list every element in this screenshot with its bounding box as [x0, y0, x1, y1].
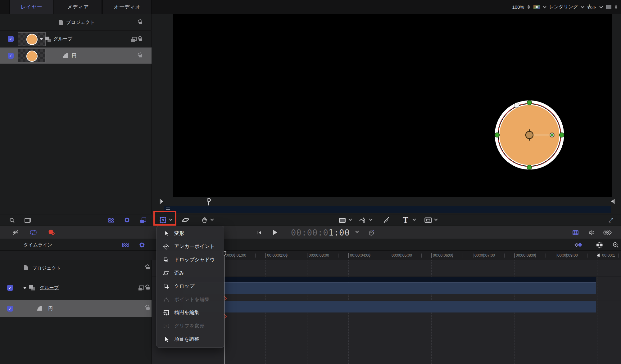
layer-row-project[interactable]: プロジェクト — [0, 14, 152, 31]
visibility-checkbox[interactable]: ✓ — [7, 285, 13, 291]
keyframe-marker-icon[interactable] — [224, 313, 227, 318]
layer-label[interactable]: グループ — [53, 36, 72, 42]
chevron-down-icon[interactable] — [210, 217, 214, 221]
timeline-row-group[interactable]: ✓ グループ — [0, 276, 152, 300]
film-icon[interactable] — [573, 230, 578, 235]
transparency-checker-icon[interactable] — [108, 218, 114, 222]
loop-icon[interactable] — [29, 230, 37, 235]
lock-icon[interactable] — [138, 37, 143, 42]
rendering-menu[interactable]: レンダリング — [549, 4, 578, 10]
lock-icon[interactable] — [145, 285, 150, 290]
display-menu[interactable]: 表示 — [587, 4, 596, 10]
lock-icon[interactable] — [138, 20, 143, 25]
layers-blue-icon[interactable] — [140, 218, 146, 223]
isolate-icon[interactable] — [138, 285, 144, 290]
layer-label: プロジェクト — [66, 20, 95, 25]
timeline-layer-label[interactable]: グループ — [40, 285, 59, 291]
group-icon — [45, 37, 51, 42]
chevron-down-icon[interactable] — [369, 217, 372, 221]
minibar-playhead[interactable] — [206, 198, 210, 205]
tab-media[interactable]: メディア — [54, 0, 102, 14]
paintbrush-tool-icon[interactable] — [383, 216, 390, 223]
rectangle-tool-icon[interactable] — [339, 218, 346, 223]
visibility-checkbox[interactable]: ✓ — [8, 53, 14, 59]
timeline-ruler[interactable]: 00:00:01:00 00:00:02:00 00:00:03:00 00:0… — [0, 251, 621, 260]
fullscreen-icon[interactable]: ⤢ — [609, 217, 613, 224]
hand-tool-icon[interactable] — [201, 216, 208, 224]
zoom-stepper[interactable] — [528, 5, 530, 9]
layer-row-group[interactable]: ✓ グループ — [0, 31, 152, 47]
go-to-start-icon[interactable] — [257, 230, 262, 235]
speaker-icon[interactable] — [589, 230, 595, 236]
edit-handle-right[interactable] — [560, 133, 564, 137]
chevron-down-icon[interactable] — [412, 217, 416, 221]
lock-icon[interactable] — [145, 305, 150, 310]
menu-item-transform[interactable]: 変形 — [157, 227, 224, 240]
timeline-layer-label[interactable]: 円 — [48, 306, 53, 312]
play-range-in-marker[interactable] — [160, 199, 164, 204]
timecode-display[interactable]: 00:00:01:00 — [291, 228, 350, 237]
edit-handle-top[interactable] — [527, 101, 532, 105]
3d-transform-tool-icon[interactable] — [181, 217, 189, 223]
layer-label[interactable]: 円 — [72, 53, 76, 59]
background-swatch[interactable] — [606, 5, 611, 9]
layer-row-circle[interactable]: ✓ 円 — [0, 47, 152, 64]
timeline-row-project[interactable]: プロジェクト — [0, 260, 152, 276]
mask-tool-icon[interactable] — [424, 217, 432, 223]
chevron-down-icon[interactable] — [348, 217, 352, 221]
panes-icon[interactable] — [25, 218, 31, 223]
edit-handle-left[interactable] — [495, 133, 500, 137]
lock-icon[interactable] — [138, 53, 143, 58]
zoom-level-select[interactable]: 100% — [512, 4, 524, 10]
start-point-handle[interactable] — [514, 103, 519, 108]
group-extent-bar — [183, 277, 596, 282]
menu-item-edit-ellipse[interactable]: 楕円を編集 — [157, 306, 224, 320]
cursor-icon — [162, 230, 170, 237]
isolate-icon[interactable] — [131, 37, 137, 42]
gear-icon[interactable] — [124, 217, 130, 223]
chevron-down-icon[interactable] — [355, 229, 359, 233]
timeline-row-circle[interactable]: ✓ 円 — [0, 300, 152, 317]
mini-timebar[interactable] — [164, 206, 611, 213]
chevron-down-icon[interactable] — [434, 217, 437, 221]
visibility-checkbox[interactable]: ✓ — [7, 306, 13, 312]
disclosure-triangle-icon[interactable] — [23, 287, 27, 289]
menu-item-crop[interactable]: クロップ — [157, 280, 224, 293]
anchor-point-handle[interactable] — [526, 131, 533, 139]
gear-icon[interactable] — [139, 242, 145, 248]
zoom-to-playhead-icon[interactable] — [613, 242, 619, 248]
menu-item-drop-shadow[interactable]: ドロップシャドウ — [157, 253, 224, 267]
timecode-clock-icon[interactable] — [368, 229, 374, 236]
play-icon[interactable] — [273, 230, 277, 235]
disclosure-triangle-icon[interactable] — [39, 38, 43, 40]
chevron-down-icon[interactable] — [543, 5, 546, 8]
record-icon[interactable] — [48, 229, 55, 236]
text-tool-icon[interactable]: T — [403, 215, 408, 225]
visibility-checkbox[interactable]: ✓ — [8, 36, 14, 42]
lock-icon[interactable] — [145, 265, 150, 270]
show-keyframes-icon[interactable] — [574, 242, 582, 247]
transport-bar: 00:00:01:00 — [0, 226, 621, 239]
keyframe-marker-icon[interactable] — [224, 295, 227, 300]
keyframe-diamonds-icon[interactable] — [602, 230, 612, 235]
mute-icon[interactable] — [12, 230, 19, 235]
channels-swatch[interactable] — [533, 5, 540, 9]
menu-item-adjust-item[interactable]: 項目を調整 — [157, 333, 224, 346]
track-bar-circle[interactable] — [183, 301, 596, 312]
display-stepper[interactable] — [615, 5, 617, 9]
track-bar-group[interactable] — [183, 282, 596, 294]
tab-layers[interactable]: レイヤー — [9, 0, 53, 14]
search-icon[interactable] — [9, 218, 15, 223]
menu-item-anchor-point[interactable]: アンカーポイント — [157, 240, 224, 254]
selected-circle-shape[interactable] — [489, 95, 570, 175]
play-range-out-marker[interactable] — [610, 199, 615, 204]
menu-item-distort[interactable]: 歪み — [157, 267, 224, 280]
svg-text:T: T — [165, 324, 167, 328]
chevron-down-icon[interactable] — [599, 5, 603, 8]
tab-audio[interactable]: オーディオ — [102, 0, 152, 14]
edit-handle-bottom[interactable] — [527, 165, 532, 170]
chevron-down-icon[interactable] — [581, 5, 584, 8]
bezier-pen-tool-icon[interactable] — [359, 217, 367, 224]
flash-frame-icon[interactable] — [596, 242, 604, 248]
transparency-checker-icon[interactable] — [122, 243, 129, 247]
